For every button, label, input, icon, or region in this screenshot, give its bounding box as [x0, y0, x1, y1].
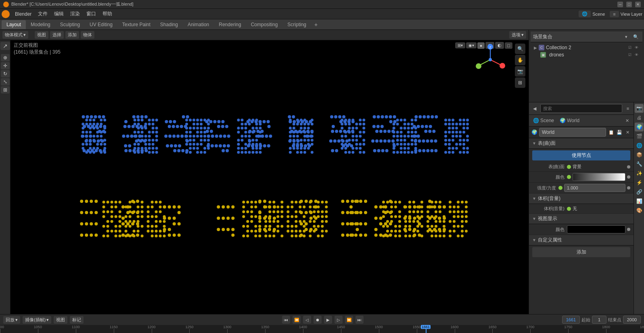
- close-button[interactable]: ✕: [635, 2, 641, 7]
- menu-help[interactable]: 帮助: [100, 9, 115, 19]
- tab-modeling[interactable]: Modeling: [26, 20, 55, 29]
- playback-selector[interactable]: 回放 ▾: [3, 316, 20, 324]
- props-icon-world[interactable]: 🌐: [635, 141, 644, 150]
- outliner-filter[interactable]: ▾: [622, 33, 630, 41]
- next-keyframe[interactable]: ⏩: [345, 316, 353, 324]
- timeline-ruler[interactable]: 1000105011001150120012501300135014001450…: [0, 325, 644, 333]
- record[interactable]: ⏺: [314, 316, 322, 324]
- jump-start[interactable]: ⏮: [282, 316, 290, 324]
- timeline-view-menu[interactable]: 视图: [54, 316, 67, 324]
- menu-blender[interactable]: Blender: [12, 10, 34, 18]
- surface-section-header[interactable]: ▼ 表(曲)面: [529, 138, 634, 149]
- grid-tool[interactable]: ⊞: [515, 77, 525, 88]
- scene-option-label: Scene: [540, 118, 554, 123]
- world-name-input[interactable]: [539, 128, 606, 137]
- capture-selector[interactable]: 捕像(插帧) ▾: [23, 316, 51, 324]
- tab-scripting[interactable]: Scripting: [282, 20, 311, 29]
- engine-selector[interactable]: 🌐: [579, 10, 591, 17]
- custom-add-button[interactable]: 添加: [532, 247, 630, 257]
- move-tool[interactable]: ✛: [1, 62, 10, 69]
- viewport-display-section-header[interactable]: ▼ 视图显示: [529, 214, 634, 224]
- tab-shading[interactable]: Shading: [155, 20, 183, 29]
- drones-eye[interactable]: 👁: [634, 52, 639, 58]
- scale-tool[interactable]: ⤡: [1, 78, 10, 85]
- props-icon-modifier[interactable]: 🔧: [635, 160, 644, 169]
- add-workspace-button[interactable]: +: [311, 20, 321, 29]
- vis-eye[interactable]: 👁: [634, 45, 639, 50]
- overlay-selector[interactable]: ⊞▾: [455, 42, 465, 48]
- props-more[interactable]: ≡: [624, 104, 632, 112]
- strength-socket: [627, 186, 630, 189]
- current-frame-input[interactable]: [562, 316, 580, 324]
- object-menu[interactable]: 物体: [81, 31, 94, 39]
- props-icon-material[interactable]: 🎨: [635, 206, 644, 215]
- outliner-row-collection2[interactable]: ▶ C Collection 2 ☑ 👁: [532, 44, 641, 51]
- timeline-markers-menu[interactable]: 标记: [70, 316, 84, 324]
- rotate-tool[interactable]: ↻: [1, 70, 10, 77]
- camera-tool[interactable]: 📷: [515, 66, 525, 77]
- custom-props-section-header[interactable]: ▼ 自定义属性: [529, 235, 634, 246]
- maximize-button[interactable]: □: [626, 2, 632, 7]
- use-nodes-button[interactable]: 使用节点: [532, 150, 630, 160]
- vis-checkbox[interactable]: ☑: [627, 45, 633, 50]
- outliner-row-drones[interactable]: ▣ drones ☑ 👁: [532, 51, 641, 58]
- play[interactable]: ▶: [324, 316, 332, 324]
- start-frame-input[interactable]: [592, 316, 606, 324]
- props-nav-back[interactable]: ◀: [531, 104, 539, 112]
- viewport-gizmo[interactable]: Z: [474, 44, 506, 76]
- props-icon-output[interactable]: 🖨: [635, 113, 644, 122]
- menu-render[interactable]: 渲染: [67, 9, 83, 19]
- view-layer-selector[interactable]: ≡: [610, 11, 619, 17]
- props-icon-view-layer[interactable]: 🌍: [635, 123, 644, 131]
- props-icon-scene[interactable]: 🎬: [635, 132, 644, 141]
- scene-option[interactable]: 🌐 Scene: [531, 117, 556, 124]
- pan-tool[interactable]: ✋: [515, 55, 525, 65]
- left-toolbar: ↗ ⊕ ✛ ↻ ⤡ ⊞: [0, 40, 10, 314]
- props-icon-physics[interactable]: ⚡: [635, 178, 644, 187]
- scene-world-close[interactable]: ✕: [623, 117, 631, 125]
- minimize-button[interactable]: ─: [617, 2, 623, 7]
- tab-animation[interactable]: Animation: [183, 20, 214, 29]
- volume-section-header[interactable]: ▼ 体积(音量): [529, 194, 634, 204]
- cursor-tool[interactable]: ⊕: [1, 54, 10, 61]
- drones-checkbox[interactable]: ☑: [627, 52, 633, 58]
- props-icon-particles[interactable]: ✨: [635, 169, 644, 178]
- menu-file[interactable]: 文件: [35, 9, 50, 19]
- world-option[interactable]: 🌍 World: [558, 117, 581, 124]
- tab-sculpting[interactable]: Sculpting: [55, 20, 85, 29]
- mode-selector[interactable]: 物体模式 ▾: [2, 31, 28, 39]
- zoom-tool[interactable]: 🔍: [515, 44, 525, 54]
- jump-end[interactable]: ⏭: [355, 316, 364, 324]
- tab-compositing[interactable]: Compositing: [246, 20, 283, 29]
- color-swatch[interactable]: [573, 173, 625, 181]
- menu-window[interactable]: 窗口: [84, 9, 99, 19]
- options-button[interactable]: 选项 ▾: [509, 31, 526, 39]
- end-frame-input[interactable]: [623, 316, 641, 324]
- props-icon-constraints[interactable]: 🔗: [635, 187, 644, 196]
- next-frame[interactable]: ▷: [335, 316, 343, 324]
- vd-color-swatch[interactable]: [567, 225, 625, 233]
- viewport-canvas[interactable]: 正交前视图 (1661) 场景集合 | 395 Z: [10, 40, 529, 314]
- strength-input[interactable]: [564, 184, 625, 192]
- add-menu[interactable]: 添加: [65, 31, 79, 39]
- world-browse[interactable]: 📋: [608, 129, 615, 136]
- view-menu[interactable]: 视图: [35, 31, 48, 39]
- props-icon-data[interactable]: 📊: [635, 197, 644, 206]
- menu-edit[interactable]: 编辑: [51, 9, 67, 19]
- world-save[interactable]: 💾: [616, 129, 623, 136]
- world-unlink[interactable]: ✕: [624, 129, 631, 136]
- select-tool[interactable]: ↗: [0, 42, 10, 50]
- transform-tool[interactable]: ⊞: [1, 86, 10, 94]
- props-icon-render[interactable]: 📷: [635, 104, 644, 113]
- prev-frame[interactable]: ◁: [303, 316, 311, 324]
- props-icon-object[interactable]: 📦: [635, 150, 644, 159]
- props-search-input[interactable]: [540, 104, 622, 113]
- outliner-search[interactable]: 🔍: [632, 33, 640, 41]
- select-menu[interactable]: 选择: [50, 31, 64, 39]
- tab-texture-paint[interactable]: Texture Paint: [117, 20, 155, 29]
- tab-rendering[interactable]: Rendering: [214, 20, 246, 29]
- menu-bar: Blender 文件 编辑 渲染 窗口 帮助 🌐 Scene ≡ View La…: [0, 9, 644, 19]
- prev-keyframe[interactable]: ⏪: [293, 316, 301, 324]
- tab-uv-editing[interactable]: UV Editing: [85, 20, 117, 29]
- tab-layout[interactable]: Layout: [2, 20, 26, 29]
